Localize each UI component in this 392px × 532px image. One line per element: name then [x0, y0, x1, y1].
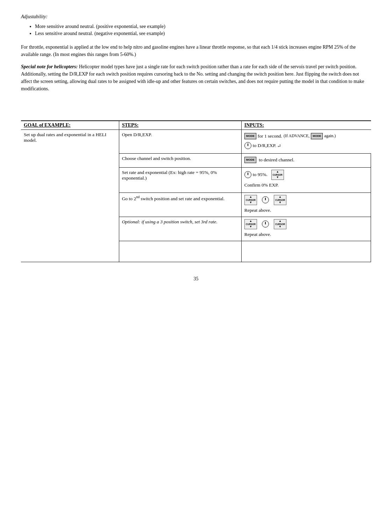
dial-icon-4	[262, 220, 269, 227]
step-open-drexp: Open D/R,EXP.	[119, 130, 241, 154]
inputs-open-drexp: MODE for 1 second. (If ADVANCE, MODE aga…	[241, 130, 371, 154]
confirm-0-exp-text: Confirm 0% EXP.	[244, 181, 279, 189]
special-note-paragraph: Special note for helicopters: Helicopter…	[21, 63, 371, 92]
bullet-list: More sensitive around neutral. (positive…	[35, 24, 371, 36]
to-drexp-text: to D/R,EXP.	[253, 141, 276, 150]
goal-cell: Set up dual rates and exponential in a H…	[21, 130, 119, 262]
step-2nd-switch: Go to 2nd switch position and set rate a…	[119, 192, 241, 217]
page-number: 35	[21, 276, 371, 282]
table-row-1: Set up dual rates and exponential in a H…	[21, 130, 371, 154]
mode-button-icon-3: MODE	[244, 157, 256, 163]
inputs-line-4: ▲ CURSOR ▼ ▲ CURSOR ▼	[244, 195, 368, 205]
inputs-choose-channel: MODE to desired channel.	[241, 153, 371, 167]
for-1-second-text: for 1 second.	[258, 132, 282, 140]
special-note-bold: Special note for helicopters:	[21, 64, 78, 69]
table-header-row: GOAL of EXAMPLE: STEPS: INPUTS:	[21, 121, 371, 130]
mode-button-icon-2: MODE	[311, 133, 323, 139]
again-text: again.)	[324, 132, 336, 140]
mode-button-icon: MODE	[244, 133, 256, 139]
inputs-optional: ▲ CURSOR ▼ ▲ CURSOR ▼ Repeat above.	[241, 217, 371, 241]
if-advance-text: (If ADVANCE,	[284, 132, 309, 140]
step-empty	[119, 241, 241, 262]
cursor-down-button: ▲ CURSOR ▼	[271, 170, 284, 180]
spacer	[21, 99, 371, 120]
cursor-down-button-2: ▲ CURSOR ▼	[274, 195, 286, 205]
step-choose-channel: Choose channel and switch position.	[119, 153, 241, 167]
inputs-empty	[241, 241, 371, 262]
section-title: Adjustability:	[21, 14, 371, 20]
col-header-goal: GOAL of EXAMPLE:	[21, 121, 119, 130]
to-95-text: to 95%.	[253, 170, 270, 179]
to-desired-channel-text: to desired channel.	[258, 156, 294, 164]
col-header-steps: STEPS:	[119, 121, 241, 130]
dial-icon-2	[244, 171, 251, 178]
dial-icon	[244, 142, 251, 149]
bullet-item-2: Less sensitive around neutral. (negative…	[35, 31, 371, 36]
step-set-rate: Set rate and exponential (Ex: high rate …	[119, 167, 241, 192]
cursor-up-button-2: ▲ CURSOR ▼	[244, 219, 257, 229]
col-header-inputs: INPUTS:	[241, 121, 371, 130]
throttle-paragraph: For throttle, exponential is applied at …	[21, 43, 371, 58]
pms-icon: ⥄	[278, 142, 281, 149]
inputs-set-rate: to 95%. ▲ CURSOR ▼ Confirm 0% EXP.	[241, 167, 371, 192]
inputs-line-2: MODE to desired channel.	[244, 156, 368, 164]
repeat-above-text-1: Repeat above.	[244, 206, 368, 215]
step-optional: Optional: if using a 3 position switch, …	[119, 217, 241, 241]
inputs-line-1a: MODE for 1 second. (If ADVANCE, MODE aga…	[244, 132, 368, 140]
dial-icon-3	[262, 196, 269, 203]
inputs-line-5: ▲ CURSOR ▼ ▲ CURSOR ▼	[244, 219, 368, 229]
inputs-line-1b: to D/R,EXP. ⥄	[244, 141, 368, 150]
inputs-line-3b: Confirm 0% EXP.	[244, 181, 368, 189]
inputs-line-3a: to 95%. ▲ CURSOR ▼	[244, 170, 368, 180]
example-table: GOAL of EXAMPLE: STEPS: INPUTS: Set up d…	[21, 120, 371, 262]
bullet-item-1: More sensitive around neutral. (positive…	[35, 24, 371, 29]
repeat-above-text-2: Repeat above.	[244, 230, 368, 239]
cursor-up-button-1: ▲ CURSOR ▼	[244, 195, 257, 205]
cursor-down-button-3: ▲ CURSOR ▼	[274, 219, 286, 229]
inputs-2nd-switch: ▲ CURSOR ▼ ▲ CURSOR ▼ Repeat above.	[241, 192, 371, 217]
